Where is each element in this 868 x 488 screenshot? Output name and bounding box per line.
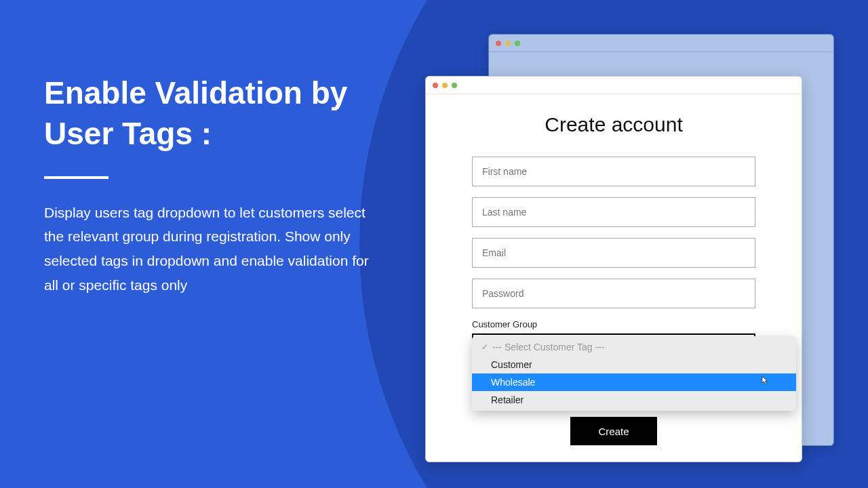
last-name-field[interactable]: Last name xyxy=(472,197,755,227)
create-button-label: Create xyxy=(598,426,629,437)
dropdown-placeholder-option[interactable]: ✓ --- Select Customer Tag --- xyxy=(472,338,796,356)
traffic-light-minimize-icon[interactable] xyxy=(442,83,448,88)
first-name-placeholder: First name xyxy=(482,166,527,177)
dropdown-option-customer[interactable]: Customer xyxy=(472,356,796,373)
customer-group-select[interactable]: ✓ --- Select Customer Tag --- Customer W… xyxy=(472,333,755,362)
create-account-form: Create account First name Last name Emai… xyxy=(426,94,802,362)
window-titlebar-front xyxy=(426,77,802,94)
divider xyxy=(44,176,108,179)
dropdown-option-label: Wholesale xyxy=(491,377,535,388)
customer-group-dropdown: ✓ --- Select Customer Tag --- Customer W… xyxy=(472,336,796,411)
email-field[interactable]: Email xyxy=(472,238,755,268)
dropdown-option-retailer[interactable]: Retailer xyxy=(472,391,796,409)
traffic-light-close-icon[interactable] xyxy=(433,83,438,88)
check-icon: ✓ xyxy=(481,342,488,352)
first-name-field[interactable]: First name xyxy=(472,157,755,186)
dropdown-option-label: Customer xyxy=(491,359,532,370)
password-field[interactable]: Password xyxy=(472,279,755,308)
password-placeholder: Password xyxy=(482,288,524,299)
dropdown-option-label: Retailer xyxy=(491,394,524,405)
promo-description: Display users tag dropdown to let custom… xyxy=(44,201,370,298)
dropdown-placeholder-text: --- Select Customer Tag --- xyxy=(492,342,604,352)
customer-group-label: Customer Group xyxy=(472,319,755,329)
traffic-light-maximize-icon xyxy=(515,41,520,46)
traffic-light-minimize-icon xyxy=(505,41,511,46)
window-titlebar-back xyxy=(489,35,833,52)
cursor-pointer-icon xyxy=(760,375,769,388)
promo-heading: Enable Validation by User Tags : xyxy=(44,73,370,155)
form-title: Create account xyxy=(472,113,755,136)
promo-text-block: Enable Validation by User Tags : Display… xyxy=(44,73,370,297)
create-button[interactable]: Create xyxy=(570,417,657,445)
traffic-light-maximize-icon[interactable] xyxy=(452,83,457,88)
traffic-light-close-icon xyxy=(496,41,501,46)
last-name-placeholder: Last name xyxy=(482,207,526,218)
dropdown-option-wholesale[interactable]: Wholesale xyxy=(472,373,796,391)
email-placeholder: Email xyxy=(482,247,506,258)
create-account-window: Create account First name Last name Emai… xyxy=(425,76,802,462)
